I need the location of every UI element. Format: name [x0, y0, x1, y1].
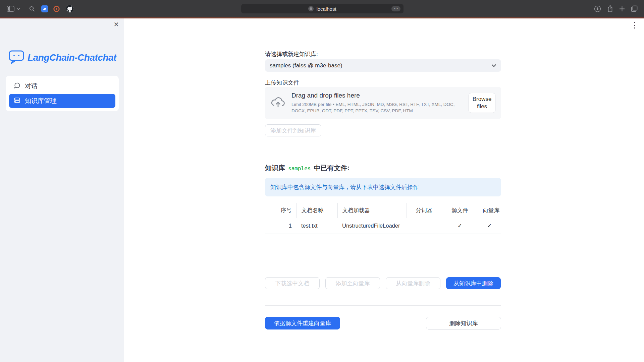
cell-index: 1	[265, 218, 297, 234]
file-action-buttons: 下载选中文档 添加至向量库 从向量库删除 从知识库中删除	[265, 277, 501, 289]
sidebar-item-label: 知识库管理	[25, 97, 57, 105]
kb-name-code: samples	[288, 165, 311, 172]
info-banner: 知识库中包含源文件与向量库，请从下表中选择文件后操作	[265, 178, 501, 196]
files-heading: 知识库 samples 中已有文件:	[265, 164, 350, 173]
sidebar: ✕ LangChain-Chatchat 对话	[0, 18, 124, 362]
github-extension-icon[interactable]	[66, 5, 73, 12]
sidebar-item-dialogue[interactable]: 对话	[9, 79, 115, 93]
browse-files-button[interactable]: Browse files	[469, 93, 495, 113]
upload-section-label: 上传知识文件	[265, 79, 299, 86]
col-header-index: 序号	[265, 203, 297, 218]
tab-overview-icon[interactable]	[631, 5, 638, 12]
col-header-loader: 文档加载器	[337, 203, 407, 218]
kb-selectbox[interactable]: samples (faiss @ m3e-base)	[265, 59, 501, 72]
downloads-icon[interactable]	[594, 5, 601, 12]
cloud-upload-icon	[271, 96, 285, 110]
address-bar[interactable]: localhost ⋯	[241, 4, 404, 13]
logo-chat-bubble-icon	[9, 50, 24, 65]
col-header-vector: 向量库	[478, 203, 501, 218]
address-bar-extensions-pill[interactable]: ⋯	[391, 6, 400, 11]
info-banner-text: 知识库中包含源文件与向量库，请从下表中选择文件后操作	[270, 183, 419, 191]
download-selected-button[interactable]: 下载选中文档	[265, 277, 320, 289]
sidebar-nav: 对话 知识库管理	[6, 76, 119, 111]
col-header-name: 文档名称	[297, 203, 337, 218]
divider	[265, 305, 501, 306]
dropzone-title: Drag and drop files here	[291, 92, 464, 99]
app-page: ⋮ ✕ LangChain-Chatchat	[0, 18, 644, 362]
address-url: localhost	[316, 6, 336, 12]
kb-management-panel: 请选择或新建知识库: samples (faiss @ m3e-base) 上传…	[265, 18, 501, 362]
table-header-row: 序号 文档名称 文档加载器 分词器 源文件 向量库	[265, 203, 501, 218]
cell-source-check: ✓	[442, 218, 478, 234]
page-menu-icon[interactable]: ⋮	[631, 21, 639, 29]
divider	[265, 145, 501, 145]
rebuild-vector-store-button[interactable]: 依据源文件重建向量库	[265, 317, 340, 329]
extension-icon-1[interactable]	[41, 5, 48, 12]
extension-icon-2[interactable]	[53, 5, 60, 12]
cell-file-name: test.txt	[297, 218, 337, 234]
kb-select-label: 请选择或新建知识库:	[265, 50, 318, 58]
share-icon[interactable]	[607, 5, 613, 12]
files-heading-prefix: 知识库	[265, 164, 285, 173]
chat-bubble-icon	[14, 82, 20, 90]
kb-selected-value: samples (faiss @ m3e-base)	[270, 62, 342, 69]
sidebar-close-icon[interactable]: ✕	[113, 21, 119, 28]
kb-bottom-buttons: 依据源文件重建向量库 删除知识库	[265, 317, 501, 329]
cell-loader: UnstructuredFileLoader	[337, 218, 407, 234]
chevron-down-icon[interactable]	[16, 8, 20, 10]
chevron-down-icon	[491, 64, 496, 67]
remove-from-vector-button[interactable]: 从向量库删除	[386, 277, 440, 289]
file-dropzone[interactable]: Drag and drop files here Limit 200MB per…	[265, 87, 501, 119]
app-logo: LangChain-Chatchat	[9, 50, 116, 65]
add-to-vector-button[interactable]: 添加至向量库	[325, 277, 380, 289]
col-header-splitter: 分词器	[407, 203, 442, 218]
cell-vector-check: ✓	[478, 218, 501, 234]
sidebar-item-kb-management[interactable]: 知识库管理	[9, 94, 115, 108]
search-icon[interactable]	[29, 6, 35, 12]
dropzone-limit-text: Limit 200MB per file • EML, HTML, JSON, …	[291, 102, 464, 114]
add-files-to-kb-button[interactable]: 添加文件到知识库	[265, 124, 321, 136]
sidebar-item-label: 对话	[25, 82, 38, 90]
files-heading-suffix: 中已有文件:	[314, 164, 350, 173]
delete-from-kb-button[interactable]: 从知识库中删除	[446, 277, 501, 289]
table-row[interactable]: 1 test.txt UnstructuredFileLoader ✓ ✓	[265, 218, 501, 234]
new-tab-icon[interactable]	[619, 6, 625, 12]
site-favicon	[308, 6, 314, 11]
delete-kb-button[interactable]: 删除知识库	[426, 317, 501, 329]
cell-splitter	[407, 218, 442, 234]
logo-text: LangChain-Chatchat	[28, 52, 116, 63]
browser-toolbar: localhost ⋯	[0, 0, 644, 17]
dropzone-text: Drag and drop files here Limit 200MB per…	[291, 92, 464, 114]
sidebar-toggle-icon[interactable]	[7, 6, 14, 12]
knowledge-base-icon	[14, 97, 20, 105]
files-table: 序号 文档名称 文档加载器 分词器 源文件 向量库 1 test.txt Uns…	[265, 203, 501, 269]
col-header-source: 源文件	[442, 203, 478, 218]
